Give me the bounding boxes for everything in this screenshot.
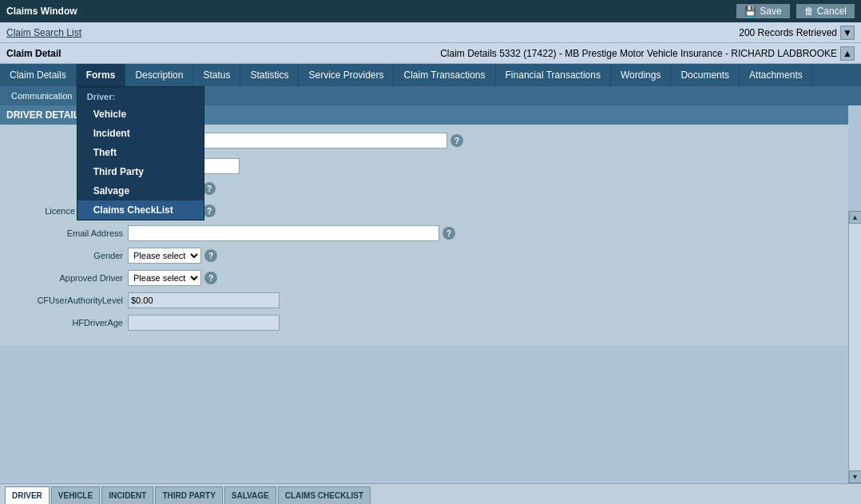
gender-select[interactable]: Please select [128, 248, 201, 264]
claim-detail-label: Claim Detail [6, 48, 62, 59]
cf-user-input [128, 292, 280, 308]
gender-label: Gender [16, 251, 128, 260]
save-button[interactable]: 💾 Save [736, 4, 789, 18]
email-input[interactable] [128, 225, 439, 241]
menu-item-service-providers[interactable]: Service Providers [299, 64, 394, 86]
menu-item-status[interactable]: Status [193, 64, 240, 86]
claim-search-link[interactable]: Claim Search List [6, 27, 81, 38]
bottom-tab-claims-checklist[interactable]: CLAIMS CHECKLIST [278, 486, 371, 504]
cancel-icon: 🗑 [804, 6, 814, 17]
right-scrollbar: ▲ ▼ [848, 211, 861, 483]
dropdown-item-incident[interactable]: Incident [77, 124, 204, 143]
claim-detail-text: Claim Details 5332 (17422) - MB Prestige… [440, 48, 837, 59]
bottom-tab-salvage[interactable]: SALVAGE [224, 486, 276, 504]
email-label: Email Address [16, 228, 128, 238]
menu-item-wordings[interactable]: Wordings [611, 64, 671, 86]
detail-info: Claim Details 5332 (17422) - MB Prestige… [440, 46, 855, 61]
approved-driver-row: Approved Driver Please select ? [16, 270, 832, 286]
gender-row: Gender Please select ? [16, 248, 832, 264]
menu-item-claim-details[interactable]: Claim Details [0, 64, 77, 86]
menu-item-claim-transactions[interactable]: Claim Transactions [394, 64, 495, 86]
records-count: 200 Records Retrieved ▼ [739, 26, 855, 40]
title-actions: 💾 Save 🗑 Cancel [736, 4, 855, 18]
bottom-tab-incident[interactable]: INCIDENT [101, 486, 153, 504]
dropdown-item-vehicle[interactable]: Vehicle [77, 105, 204, 124]
hf-driver-row: HFDriverAge [16, 315, 832, 331]
menu-item-description[interactable]: Description [125, 64, 193, 86]
email-row: Email Address ? [16, 225, 832, 241]
bottom-tab-driver[interactable]: DRIVER [5, 486, 50, 504]
dropdown-item-claims-checklist[interactable]: Claims CheckList [77, 200, 204, 220]
dropdown-driver-label: Driver: [77, 87, 204, 105]
hf-driver-input [128, 315, 280, 331]
dropdown-item-third-party[interactable]: Third Party [77, 162, 204, 181]
sub-bar-communication[interactable]: Communication [6, 91, 77, 101]
detail-bar: Claim Detail Claim Details 5332 (17422) … [0, 43, 861, 64]
top-help-icon[interactable]: ? [450, 134, 463, 147]
scroll-track [849, 224, 861, 470]
menu-item-forms[interactable]: Forms Driver: Vehicle Incident Theft Thi… [77, 64, 126, 86]
save-icon: 💾 [744, 6, 756, 17]
approved-driver-label: Approved Driver [16, 273, 128, 283]
bottom-tab-third-party[interactable]: THIRD PARTY [155, 486, 222, 504]
dropdown-item-theft[interactable]: Theft [77, 143, 204, 162]
menu-item-financial-transactions[interactable]: Financial Transactions [496, 64, 611, 86]
forms-dropdown: Driver: Vehicle Incident Theft Third Par… [77, 86, 204, 220]
email-help-icon[interactable]: ? [442, 227, 455, 240]
app-title: Claims Window [6, 6, 77, 17]
cancel-button[interactable]: 🗑 Cancel [796, 4, 855, 18]
scroll-up-button[interactable]: ▲ [849, 211, 862, 224]
approved-driver-help-icon[interactable]: ? [204, 272, 217, 284]
hf-driver-label: HFDriverAge [16, 318, 128, 327]
search-dropdown-button[interactable]: ▼ [840, 26, 855, 40]
dropdown-item-salvage[interactable]: Salvage [77, 181, 204, 200]
cf-user-row: CFUserAuthorityLevel [16, 292, 832, 308]
bottom-tabs: DRIVER VEHICLE INCIDENT THIRD PARTY SALV… [0, 483, 861, 504]
menu-item-attachments[interactable]: Attachments [740, 64, 813, 86]
search-bar: Claim Search List 200 Records Retrieved … [0, 22, 861, 43]
licence-expiry-help-icon[interactable]: ? [203, 204, 216, 217]
menu-item-statistics[interactable]: Statistics [240, 64, 299, 86]
menu-item-documents[interactable]: Documents [671, 64, 740, 86]
cf-user-label: CFUserAuthorityLevel [16, 296, 128, 305]
gender-help-icon[interactable]: ? [204, 249, 217, 262]
title-bar: Claims Window 💾 Save 🗑 Cancel [0, 0, 861, 22]
section-title: DRIVER DETAILS [6, 109, 85, 121]
bottom-tab-vehicle[interactable]: VEHICLE [51, 486, 100, 504]
approved-driver-select[interactable]: Please select [128, 270, 201, 286]
scroll-down-button[interactable]: ▼ [849, 470, 862, 483]
detail-dropdown-button[interactable]: ▲ [840, 46, 855, 61]
menu-bar: Claim Details Forms Driver: Vehicle Inci… [0, 64, 861, 86]
licence-no-help-icon[interactable]: ? [203, 182, 216, 195]
